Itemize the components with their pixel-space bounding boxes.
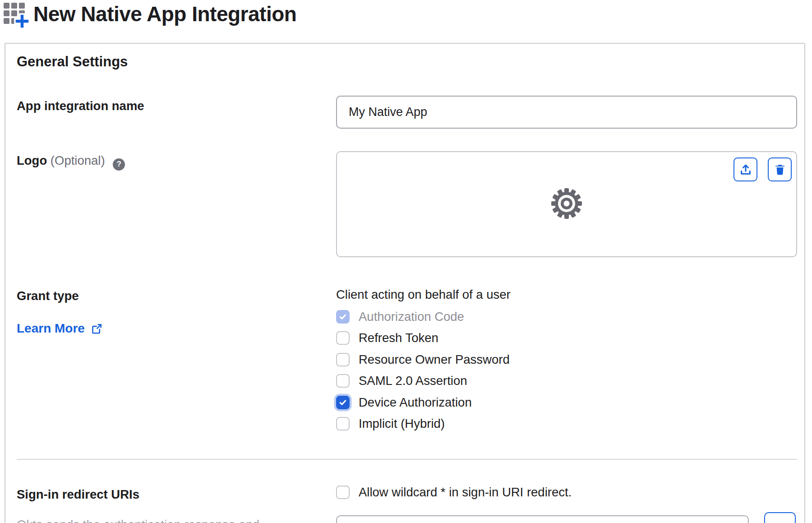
new-native-app-integration-page: New Native App Integration General Setti… [0,0,812,523]
external-link-icon [91,323,103,335]
help-icon[interactable]: ? [113,158,125,171]
checkbox-device-authorization[interactable] [336,396,350,409]
grant-group-label: Client acting on behalf of a user [336,287,511,302]
section-divider [17,459,797,460]
allow-wildcard-option[interactable]: Allow wildcard * in sign-in URI redirect… [336,485,572,500]
redirect-uri-description: Okta sends the authentication response a… [17,517,274,523]
grant-option-implicit-hybrid[interactable]: Implicit (Hybrid) [336,413,511,435]
logo-upload-button[interactable] [734,157,757,181]
checkbox-allow-wildcard[interactable] [336,486,350,499]
grant-type-label: Grant type [17,289,79,303]
sign-in-redirect-uris-label: Sign-in redirect URIs [17,487,139,502]
checkbox-resource-owner-password[interactable] [336,353,350,366]
gear-icon [550,187,583,222]
sign-in-redirect-uri-input[interactable] [336,515,749,523]
allow-wildcard-label: Allow wildcard * in sign-in URI redirect… [359,485,572,500]
app-integration-name-input[interactable] [336,96,797,129]
grant-option-label: Refresh Token [359,331,438,345]
remove-uri-button[interactable] [764,512,796,523]
grant-option-saml-assertion[interactable]: SAML 2.0 Assertion [336,370,511,392]
grant-option-authorization-code[interactable]: Authorization Code [336,306,511,328]
grant-option-label: Implicit (Hybrid) [359,417,445,431]
grant-option-label: Authorization Code [359,310,464,324]
learn-more-link[interactable]: Learn More [17,321,103,336]
grant-option-refresh-token[interactable]: Refresh Token [336,328,511,349]
app-integration-name-label: App integration name [17,99,144,113]
checkbox-refresh-token[interactable] [336,331,350,345]
page-title: New Native App Integration [33,2,296,26]
logo-label: Logo (Optional) ? [17,153,125,171]
checkbox-authorization-code[interactable] [336,310,350,324]
logo-delete-button[interactable] [768,157,792,181]
app-grid-plus-icon [4,1,30,31]
grant-option-label: SAML 2.0 Assertion [359,374,467,388]
grant-option-device-authorization[interactable]: Device Authorization [336,392,511,413]
checkbox-implicit-hybrid[interactable] [336,417,350,430]
logo-preview-area [336,151,797,257]
grant-option-label: Resource Owner Password [359,352,510,367]
general-settings-heading: General Settings [17,54,128,70]
trash-icon [774,163,786,176]
optional-tag: (Optional) [51,153,105,167]
grant-option-label: Device Authorization [359,395,472,410]
checkbox-saml-assertion[interactable] [336,374,350,388]
grant-option-resource-owner-password[interactable]: Resource Owner Password [336,349,511,370]
upload-icon [739,163,752,176]
general-settings-panel: General Settings App integration name Lo… [5,43,805,523]
grant-type-options: Client acting on behalf of a user Author… [336,287,511,435]
